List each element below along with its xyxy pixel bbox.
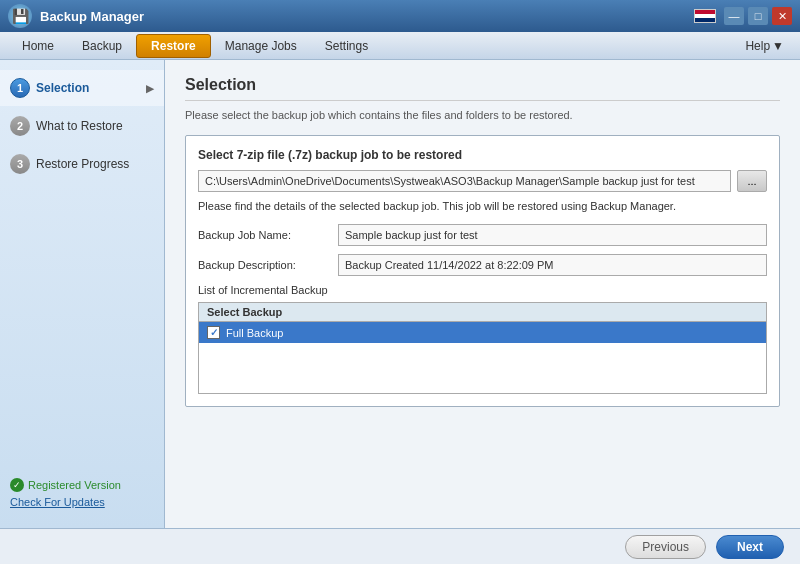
browse-button[interactable]: ... (737, 170, 767, 192)
backup-list: Select Backup ✓ Full Backup (198, 302, 767, 394)
previous-button[interactable]: Previous (625, 535, 706, 559)
check-circle-icon: ✓ (10, 478, 24, 492)
backup-job-name-value[interactable] (338, 224, 767, 246)
title-bar-controls: — □ ✕ (694, 7, 792, 25)
check-updates-link[interactable]: Check For Updates (10, 496, 154, 508)
backup-checkbox[interactable]: ✓ (207, 326, 220, 339)
select-file-label: Select 7-zip file (.7z) backup job to be… (198, 148, 767, 162)
backup-list-item[interactable]: ✓ Full Backup (199, 322, 766, 343)
file-path-input[interactable] (198, 170, 731, 192)
sidebar-item-selection[interactable]: 1 Selection ▶ (0, 70, 164, 106)
title-bar-left: 💾 Backup Manager (8, 4, 144, 28)
maximize-button[interactable]: □ (748, 7, 768, 25)
backup-item-label: Full Backup (226, 327, 283, 339)
file-path-row: ... (198, 170, 767, 192)
app-title: Backup Manager (40, 9, 144, 24)
page-subtitle: Please select the backup job which conta… (185, 109, 780, 121)
sidebar: 1 Selection ▶ 2 What to Restore 3 Restor… (0, 60, 165, 528)
menu-help[interactable]: Help ▼ (737, 35, 792, 57)
info-text: Please find the details of the selected … (198, 200, 767, 212)
menu-backup[interactable]: Backup (68, 35, 136, 57)
content-main: 1 Selection ▶ 2 What to Restore 3 Restor… (0, 60, 800, 528)
sidebar-number-1: 1 (10, 78, 30, 98)
registered-label: Registered Version (28, 479, 121, 491)
page-title: Selection (185, 76, 780, 101)
sidebar-item-restore-progress[interactable]: 3 Restore Progress (0, 146, 164, 182)
sidebar-number-2: 2 (10, 116, 30, 136)
sidebar-label-restore-progress: Restore Progress (36, 157, 129, 171)
registered-row: ✓ Registered Version (10, 478, 154, 492)
backup-job-name-label: Backup Job Name: (198, 229, 338, 241)
sidebar-item-what-to-restore[interactable]: 2 What to Restore (0, 108, 164, 144)
flag-icon (694, 9, 716, 23)
menu-bar: Home Backup Restore Manage Jobs Settings… (0, 32, 800, 60)
sidebar-arrow-icon: ▶ (146, 83, 154, 94)
selection-box: Select 7-zip file (.7z) backup job to be… (185, 135, 780, 407)
menu-settings[interactable]: Settings (311, 35, 382, 57)
backup-list-header: Select Backup (199, 303, 766, 322)
backup-description-value[interactable] (338, 254, 767, 276)
sidebar-bottom: ✓ Registered Version Check For Updates (0, 468, 164, 518)
menu-manage-jobs[interactable]: Manage Jobs (211, 35, 311, 57)
sidebar-label-what-to-restore: What to Restore (36, 119, 123, 133)
backup-description-row: Backup Description: (198, 254, 767, 276)
close-button[interactable]: ✕ (772, 7, 792, 25)
list-section-label: List of Incremental Backup (198, 284, 767, 296)
minimize-button[interactable]: — (724, 7, 744, 25)
backup-list-empty (199, 343, 766, 393)
button-bar: Previous Next (0, 528, 800, 564)
backup-description-label: Backup Description: (198, 259, 338, 271)
menu-restore[interactable]: Restore (136, 34, 211, 58)
app-icon: 💾 (8, 4, 32, 28)
sidebar-label-selection: Selection (36, 81, 89, 95)
backup-job-name-row: Backup Job Name: (198, 224, 767, 246)
content-area: Selection Please select the backup job w… (165, 60, 800, 528)
check-mark-icon: ✓ (210, 327, 218, 338)
chevron-down-icon: ▼ (772, 39, 784, 53)
content-wrapper: 1 Selection ▶ 2 What to Restore 3 Restor… (0, 60, 800, 564)
title-bar: 💾 Backup Manager — □ ✕ (0, 0, 800, 32)
menu-home[interactable]: Home (8, 35, 68, 57)
sidebar-number-3: 3 (10, 154, 30, 174)
next-button[interactable]: Next (716, 535, 784, 559)
